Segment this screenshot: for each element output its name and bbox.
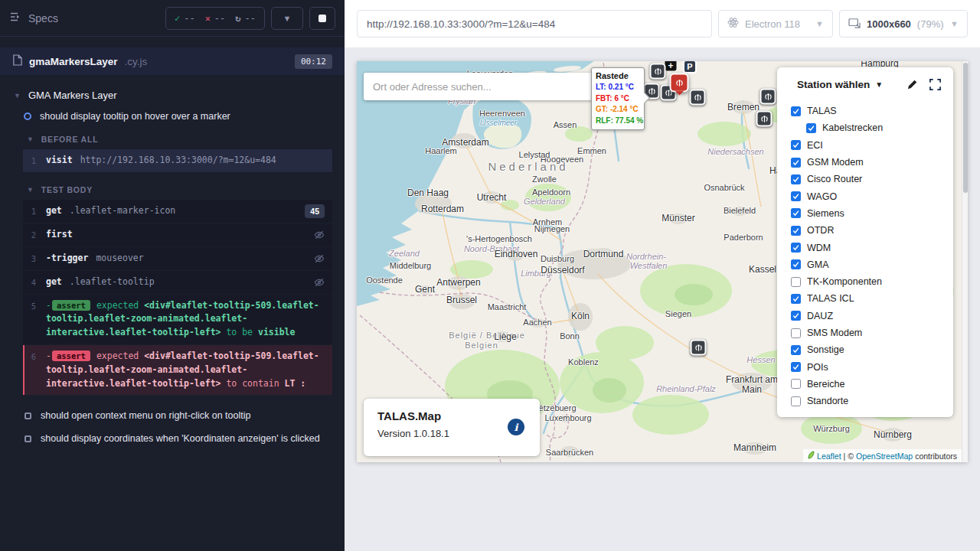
- checkbox-checked[interactable]: [791, 362, 801, 372]
- layer-checkbox-row[interactable]: Standorte: [791, 393, 946, 409]
- layer-label: Kabelstrecken: [822, 122, 883, 133]
- command-method: get: [46, 276, 62, 287]
- spec-file-row[interactable]: gmaMarkersLayer.cy.js 00:12: [0, 47, 345, 75]
- check-icon: ✓: [175, 13, 180, 24]
- layer-label: GMA: [807, 259, 828, 270]
- checkbox-checked[interactable]: [791, 208, 801, 218]
- search-input[interactable]: [373, 81, 590, 93]
- command-row[interactable]: 4get.leaflet-tooltip: [23, 271, 332, 294]
- layer-label: Bereiche: [807, 379, 844, 390]
- hook-label: TEST BODY: [41, 185, 93, 194]
- checkbox-checked[interactable]: [791, 226, 801, 236]
- collapse-all-button[interactable]: ▼: [271, 7, 303, 30]
- info-icon[interactable]: i: [508, 419, 524, 435]
- suite-row[interactable]: ▼ GMA Markers Layer: [0, 84, 345, 106]
- map-marker[interactable]: [760, 89, 776, 105]
- checkbox-checked[interactable]: [806, 123, 816, 133]
- checkbox-unchecked[interactable]: [791, 396, 801, 406]
- pending-tests: should open context menu on right-click …: [0, 404, 345, 450]
- checkbox-checked[interactable]: [791, 174, 801, 184]
- marker-tooltip[interactable]: Rastede LT: 0.21 °CFBT: 6 °CGT: -2.14 °C…: [591, 67, 645, 130]
- checkbox-checked[interactable]: [791, 158, 801, 168]
- command-number: 5: [23, 299, 46, 340]
- map-marker[interactable]: [650, 64, 666, 80]
- edit-pencil-icon[interactable]: [906, 79, 918, 90]
- fullscreen-icon[interactable]: [929, 79, 941, 90]
- browser-selector[interactable]: Electron 118 ▼: [718, 10, 833, 37]
- command-text: first: [46, 228, 306, 242]
- map-marker[interactable]: +: [665, 61, 677, 71]
- layer-checkbox-row[interactable]: WAGO: [791, 187, 946, 204]
- hook-before-all[interactable]: ▼ BEFORE ALL: [0, 128, 345, 148]
- layer-checkbox-row[interactable]: SMS Modem: [791, 324, 946, 341]
- layer-checkbox-row[interactable]: ECI: [791, 137, 946, 154]
- station-select[interactable]: Station wählen: [797, 79, 870, 90]
- layer-checkbox-row[interactable]: Cisco Router: [791, 171, 946, 187]
- active-marker[interactable]: [670, 73, 689, 93]
- command-row[interactable]: 1visithttp://192.168.10.33:3000/?m=12&u=…: [23, 149, 332, 172]
- map-marker[interactable]: [756, 111, 773, 127]
- pending-test-row[interactable]: should open context menu on right-click …: [0, 404, 345, 427]
- layer-checkbox-row[interactable]: DAUZ: [791, 308, 946, 324]
- checkbox-unchecked[interactable]: [791, 379, 801, 389]
- layer-checkbox-row[interactable]: Siemens: [791, 205, 946, 222]
- checkbox-checked[interactable]: [791, 259, 801, 269]
- layer-checkbox-row[interactable]: GSM Modem: [791, 154, 946, 171]
- checkbox-checked[interactable]: [791, 294, 801, 304]
- layer-checkbox-row[interactable]: TK-Komponenten: [791, 273, 946, 290]
- checkbox-checked[interactable]: [791, 243, 801, 253]
- command-log-before-all: 1visithttp://192.168.10.33:3000/?m=12&u=…: [23, 149, 332, 172]
- layer-checkbox-row[interactable]: Kabelstrecken: [806, 119, 946, 136]
- geocoder-search[interactable]: [364, 73, 599, 100]
- command-method: -trigger: [46, 253, 88, 263]
- checkbox-checked[interactable]: [791, 311, 801, 321]
- url-bar[interactable]: [357, 10, 712, 37]
- leaflet-link[interactable]: Leaflet: [817, 452, 841, 461]
- stop-button[interactable]: [309, 7, 335, 30]
- layer-label: TALAS: [807, 106, 837, 116]
- checkbox-unchecked[interactable]: [791, 328, 801, 338]
- caret-icon: ▼: [14, 92, 21, 99]
- app-title: TALAS.Map: [377, 409, 526, 422]
- command-row[interactable]: 1get.leaflet-marker-icon45: [23, 200, 332, 223]
- scrollbar-thumb[interactable]: [963, 63, 968, 193]
- layer-checkbox-row[interactable]: Sonstige: [791, 341, 946, 358]
- refresh-icon: ↻: [235, 13, 240, 24]
- active-test-row[interactable]: should display tooltip on hover over a m…: [0, 106, 345, 128]
- chevron-down-icon[interactable]: ▼: [875, 80, 883, 89]
- viewport-selector[interactable]: 1000x660 (79%) ▼: [839, 10, 968, 37]
- specs-menu-button[interactable]: Specs: [9, 11, 58, 26]
- layer-label: Standorte: [807, 396, 848, 406]
- layer-checkbox-row[interactable]: OTDR: [791, 222, 946, 239]
- layer-checkbox-row[interactable]: POIs: [791, 358, 946, 375]
- map-marker[interactable]: P: [683, 61, 697, 73]
- layer-checkbox-row[interactable]: Bereiche: [791, 376, 946, 393]
- map-marker[interactable]: [690, 90, 706, 106]
- command-row[interactable]: 6-assertexpected <div#leaflet-tooltip-50…: [23, 345, 332, 395]
- checkbox-checked[interactable]: [791, 106, 801, 116]
- layer-label: TALAS ICL: [807, 293, 854, 304]
- checkbox-checked[interactable]: [791, 140, 801, 150]
- iframe-scrollbar[interactable]: [962, 61, 968, 462]
- layer-checkbox-row[interactable]: WDM: [791, 239, 946, 256]
- stat-failed: ✕--: [205, 13, 226, 24]
- hook-test-body[interactable]: ▼ TEST BODY: [0, 178, 345, 198]
- checkbox-unchecked[interactable]: [791, 277, 801, 287]
- url-input[interactable]: [367, 18, 702, 30]
- layer-checkbox-row[interactable]: TALAS ICL: [791, 290, 946, 307]
- layer-label: GSM Modem: [807, 157, 864, 168]
- command-row[interactable]: 2first: [23, 223, 332, 246]
- map-marker[interactable]: [691, 340, 707, 356]
- command-method: visit: [46, 155, 73, 165]
- version-card: TALAS.Map Version 1.0.18.1 i: [364, 399, 540, 456]
- layer-checkbox-row[interactable]: GMA: [791, 256, 946, 273]
- command-row[interactable]: 3-triggermouseover: [23, 247, 332, 270]
- osm-link[interactable]: OpenStreetMap: [856, 452, 913, 461]
- app-iframe: LeeuwardenFryslânIJsselmeerHeerenveenAss…: [357, 61, 968, 462]
- checkbox-checked[interactable]: [791, 191, 801, 201]
- checkbox-checked[interactable]: [791, 345, 801, 355]
- command-row[interactable]: 5-assertexpected <div#leaflet-tooltip-50…: [23, 295, 332, 344]
- layer-checkbox-row[interactable]: TALAS: [791, 103, 946, 119]
- pending-test-row[interactable]: should display coordinates when 'Koordin…: [0, 427, 345, 450]
- pending-test-title: should display coordinates when 'Koordin…: [41, 433, 320, 444]
